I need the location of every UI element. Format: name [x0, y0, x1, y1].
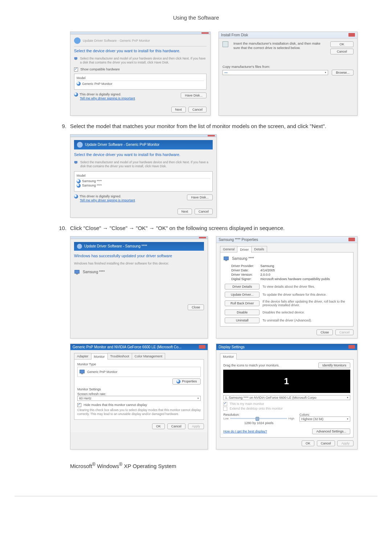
resolution-slider[interactable] [230, 418, 287, 419]
ok-button[interactable]: OK [302, 440, 314, 446]
close-icon[interactable] [199, 345, 205, 349]
page-title: Using the Software [20, 15, 372, 21]
slider-high-label: High [289, 417, 294, 420]
cancel-button[interactable]: Cancel [188, 107, 207, 112]
step-text: Select the model that matches your monit… [70, 122, 372, 131]
cancel-button[interactable]: Cancel [195, 209, 213, 214]
close-button[interactable]: Close [317, 329, 333, 335]
svg-rect-2 [74, 161, 77, 163]
dialog-subtext: Select the manufacturer and model of you… [80, 160, 213, 168]
hide-modes-note: Clearing this check box allows you to se… [77, 408, 201, 416]
tab-troubleshoot[interactable]: Troubleshoot [107, 353, 132, 359]
monitor-preview[interactable]: 1 [223, 370, 350, 393]
step-number: 9. [53, 122, 70, 131]
roll-back-desc: If the device fails after updating the d… [262, 300, 350, 308]
cancel-button[interactable]: Cancel [330, 49, 354, 54]
ok-button[interactable]: OK [330, 41, 354, 47]
model-item-label: Samsung **** [82, 179, 102, 183]
resolution-label: Resolution: [223, 413, 294, 416]
signing-link[interactable]: Tell me why driver signing is important [80, 97, 135, 100]
best-display-link[interactable]: How do I get the best display? [223, 430, 267, 433]
close-icon[interactable] [199, 237, 206, 238]
main-monitor-checkbox [223, 402, 227, 406]
install-from-disk-dialog: Install From Disk Insert the manufacture… [219, 32, 358, 116]
monitor-settings-label: Monitor Settings [77, 387, 201, 391]
dialog-title: Generic PnP Monitor and NVIDIA GeForce 6… [73, 345, 181, 349]
shield-icon [176, 379, 180, 383]
device-name: Samsung **** [232, 257, 254, 260]
tab-color-mgmt[interactable]: Color Management [132, 353, 166, 359]
breadcrumb: Update Driver Software - Samsung **** [84, 244, 147, 248]
ok-button[interactable]: OK [152, 423, 165, 429]
model-column-header: Model [77, 76, 204, 81]
signing-link[interactable]: Tell me why driver signing is important [80, 198, 135, 202]
shield-icon [77, 184, 81, 188]
close-icon[interactable] [208, 135, 215, 136]
signed-text: This driver is digitally signed. [79, 194, 121, 198]
refresh-rate-select[interactable]: 60 Hertz▾ [77, 396, 201, 401]
device-icon [74, 269, 81, 275]
next-button[interactable]: Next [171, 107, 186, 112]
advanced-settings-button[interactable]: Advanced Settings... [312, 428, 350, 434]
colors-value: Highest (32 bit) [301, 417, 323, 421]
extend-checkbox [223, 407, 227, 411]
copy-from-combo[interactable]: —▾ [222, 70, 328, 75]
update-driver-desc: To update the driver software for this d… [262, 293, 327, 296]
device-name: Samsung **** [83, 270, 105, 274]
shield-icon [74, 194, 78, 198]
show-compatible-checkbox[interactable] [74, 67, 78, 71]
svg-rect-5 [76, 274, 78, 274]
have-disk-button[interactable]: Have Disk... [187, 194, 213, 200]
roll-back-button[interactable]: Roll Back Driver [225, 300, 260, 306]
tab-monitor[interactable]: Monitor [91, 353, 108, 360]
dialog-title: Samsung **** Properties [219, 238, 258, 242]
next-button[interactable]: Next [177, 209, 192, 214]
close-button[interactable]: Close [188, 304, 204, 310]
dialog-heading: Windows has successfully updated your dr… [74, 254, 204, 258]
properties-button-label: Properties [182, 379, 197, 383]
close-icon[interactable] [348, 345, 355, 349]
tab-driver[interactable]: Driver [237, 246, 252, 253]
svg-rect-4 [75, 270, 79, 273]
breadcrumb: Update Driver Software - Generic PnP Mon… [85, 143, 159, 147]
model-column-header: Model [77, 174, 210, 178]
hide-modes-checkbox[interactable] [77, 403, 81, 407]
driver-details-desc: To view details about the driver files. [262, 285, 315, 288]
shield-icon [74, 93, 78, 97]
model-item[interactable]: Samsung **** [77, 179, 210, 183]
close-icon[interactable] [348, 33, 355, 37]
tab-adapter[interactable]: Adapter [74, 353, 91, 359]
have-disk-button[interactable]: Have Disk... [181, 93, 207, 98]
version-value: 2.0.0.0 [260, 273, 270, 276]
provider-value: Samsung [260, 264, 274, 268]
model-item-label: Generic PnP Monitor [82, 82, 112, 86]
cancel-button[interactable]: Cancel [167, 423, 185, 429]
properties-button[interactable]: Properties [172, 378, 201, 385]
svg-rect-3 [75, 163, 76, 164]
identify-monitors-button[interactable]: Identify Monitors [318, 362, 350, 368]
adapter-value: 1. Samsung **** on NVIDIA GeForce 6600 L… [225, 396, 317, 399]
adapter-select[interactable]: 1. Samsung **** on NVIDIA GeForce 6600 L… [223, 395, 350, 400]
browse-button[interactable]: Browse... [332, 70, 354, 75]
footer-rule [15, 496, 377, 496]
tab-general[interactable]: General [220, 246, 237, 252]
install-msg: Insert the manufacturer's installation d… [233, 41, 326, 50]
colors-select[interactable]: Highest (32 bit)▾ [299, 416, 350, 422]
uninstall-button[interactable]: Uninstall [225, 317, 260, 323]
driver-details-button[interactable]: Driver Details [225, 284, 260, 290]
main-monitor-label: This is my main monitor [230, 402, 264, 406]
resolution-value: 1280 by 1024 pixels [223, 421, 294, 425]
close-icon[interactable] [348, 238, 355, 241]
model-item[interactable]: Generic PnP Monitor [77, 82, 204, 86]
model-item[interactable]: Samsung **** [77, 184, 210, 188]
refresh-rate-label: Screen refresh rate: [77, 392, 201, 396]
tab-details[interactable]: Details [251, 246, 267, 252]
uninstall-desc: To uninstall the driver (Advanced). [262, 319, 312, 322]
cancel-button[interactable]: Cancel [317, 440, 335, 446]
close-icon[interactable] [201, 32, 209, 34]
monitor-type-value: Generic PnP Monitor [87, 370, 117, 374]
disable-button[interactable]: Disable [225, 309, 260, 315]
update-driver-button[interactable]: Update Driver... [225, 292, 260, 297]
tab-monitor[interactable]: Monitor [220, 353, 237, 360]
cancel-button: Cancel [335, 329, 354, 335]
